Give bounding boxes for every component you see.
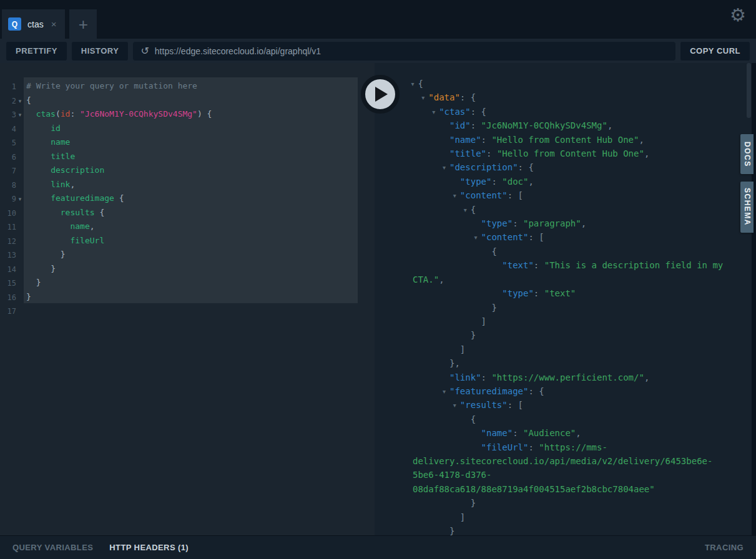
fold-arrow-icon[interactable]: ▾ [406,161,412,175]
code-token: # Write your query or mutation here [26,81,197,90]
gutter-row: 6 [0,150,24,165]
replay-arrow-icon: ↺ [140,46,149,56]
result-line: }, [413,356,740,370]
fold-arrow-icon[interactable]: ▾ [16,112,24,118]
execute-query-button[interactable] [361,75,400,114]
code-token: , [576,428,581,438]
result-line: "type": "doc", [413,175,740,188]
code-token: delivery.sitecorecloud.io/api/media/v2/d… [413,456,712,466]
docs-tab-label: DOCS [743,142,752,167]
result-line: "title": "Hello from Content Hub One", [413,147,740,160]
code-token: "description" [449,162,518,172]
endpoint-url-value: https://edge.sitecorecloud.io/api/graphq… [155,46,321,56]
code-token: : [481,135,492,145]
fold-arrow-icon[interactable]: ▾ [406,91,412,105]
fold-arrow-icon[interactable]: ▾ [406,189,412,203]
code-token: : [491,177,502,187]
code-token: : [528,442,539,452]
line-number: 1 [0,82,16,91]
result-line: CTA.", [413,273,740,286]
fold-arrow-icon[interactable]: ▾ [16,196,24,202]
graphql-playground-window: Q ctas × + ⚙ PRETTIFY HISTORY ↺ https://… [0,0,756,559]
result-line: ▾"content": [ [413,230,740,244]
new-tab-button[interactable]: + [69,9,97,39]
fold-arrow-icon[interactable]: ▾ [406,399,412,412]
editor-line: id [26,122,358,136]
fold-arrow-icon[interactable]: ▾ [406,203,412,217]
code-token: , [639,135,644,145]
tab-label: ctas [27,19,44,29]
result-line: ▾"featuredimage": { [413,384,740,398]
gutter-row: 11 [0,220,24,235]
code-token: ] [460,512,465,522]
code-token: , [644,148,649,158]
tab-ctas[interactable]: Q ctas × [2,9,65,39]
code-token: "Jc6NoM1Y-0CQhkySDv4SMg" [80,109,197,119]
http-headers-tab[interactable]: HTTP HEADERS (1) [109,543,189,552]
code-token: : [534,288,544,298]
code-token: "This is a description field in my [544,260,724,270]
fold-arrow-icon[interactable]: ▾ [406,385,412,399]
fold-arrow-icon[interactable]: ▾ [406,105,412,119]
prettify-button[interactable]: PRETTIFY [6,42,67,61]
code-token: : { [471,107,486,117]
settings-gear-icon[interactable]: ⚙ [730,6,746,24]
code-token: link [51,180,70,189]
code-token: "fileUrl" [481,442,529,452]
query-editor-pane[interactable]: 12▾3▾456789▾1011121314151617 # Write you… [0,63,375,535]
editor-line: description [26,163,358,178]
line-number: 6 [0,153,16,162]
code-token: "id" [449,120,471,130]
code-token: { [418,79,423,89]
line-number: 3 [0,110,16,119]
code-token: , [607,120,612,130]
code-token: } [471,330,476,340]
gutter-row: 3▾ [0,108,24,122]
fold-arrow-icon[interactable]: ▾ [406,77,412,91]
code-token: , [581,218,586,228]
schema-tab-label: SCHEMA [743,188,752,226]
line-number: 14 [0,265,16,274]
code-token: { [26,95,31,105]
gutter-row: 4 [0,122,24,137]
code-token: } [61,250,66,259]
docs-tab[interactable]: DOCS [740,134,754,174]
query-variables-tab[interactable]: QUERY VARIABLES [12,543,93,552]
copy-curl-button[interactable]: COPY CURL [680,42,750,61]
line-number: 4 [0,125,16,134]
code-token: , [90,221,95,231]
code-token: "https://mms- [539,442,607,452]
code-token: : [513,218,523,228]
line-number: 10 [0,209,16,218]
code-token: featuredimage [51,193,114,203]
line-number: 7 [0,167,16,175]
code-token: fileUrl [70,236,104,245]
result-line: ▾"description": { [413,160,740,174]
line-number: 2 [0,97,16,105]
line-number: 9 [0,195,16,203]
result-line: ▾"results": [ [413,398,740,412]
code-token: ) { [197,109,212,119]
code-token: "Hello from Content Hub One" [491,135,639,145]
result-line: delivery.sitecorecloud.io/api/media/v2/d… [413,454,740,468]
close-tab-icon[interactable]: × [51,19,57,29]
schema-tab[interactable]: SCHEMA [740,182,754,233]
history-button[interactable]: HISTORY [72,42,129,61]
tracing-tab[interactable]: TRACING [705,543,744,552]
code-token: "paragraph" [523,218,581,228]
fold-arrow-icon[interactable]: ▾ [406,231,412,245]
result-line: "name": "Hello from Content Hub One", [413,133,740,147]
gutter-row: 17 [0,304,24,319]
code-token: ] [481,316,486,326]
endpoint-url-input[interactable]: ↺ https://edge.sitecorecloud.io/api/grap… [133,42,675,61]
gutter-row: 13 [0,248,24,263]
scrollbar-thumb[interactable] [747,63,751,118]
tab-bar: Q ctas × + ⚙ [0,0,756,39]
fold-arrow-icon[interactable]: ▾ [16,98,24,104]
code-token: : { [528,386,544,396]
result-line: "id": "Jc6NoM1Y-0CQhkySDv4SMg", [413,119,740,132]
result-line: } [413,301,740,314]
code-token: , [70,180,75,189]
query-editor-code[interactable]: # Write your query or mutation here{ctas… [24,77,358,303]
code-token: "https://www.perficient.com/" [491,372,644,382]
